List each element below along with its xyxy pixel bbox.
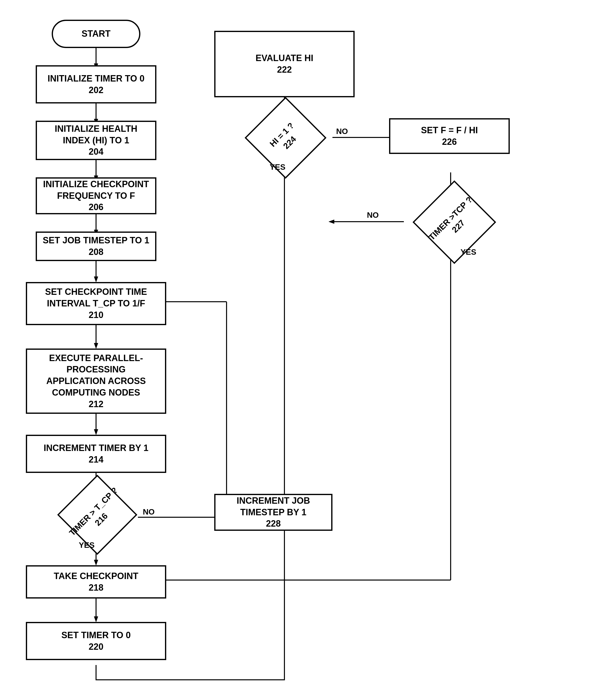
svg-marker-19 (94, 616, 98, 622)
label-227-yes: YES (460, 247, 476, 256)
node-208: SET JOB TIMESTEP TO 1 208 (36, 232, 156, 261)
svg-marker-11 (94, 343, 98, 348)
node-228: INCREMENT JOB TIMESTEP BY 1 228 (214, 494, 333, 531)
node-220: SET TIMER TO 0 220 (26, 622, 166, 660)
node-204: INITIALIZE HEALTH INDEX (HI) TO 1 204 (36, 121, 156, 160)
node-227-container: TIMER >TCP ? 227 (409, 199, 500, 245)
node-214: INCREMENT TIMER BY 1 214 (26, 435, 166, 473)
label-216-no: NO (143, 507, 155, 516)
label-224-yes: YES (269, 162, 285, 172)
svg-marker-17 (94, 560, 98, 565)
label-227-no: NO (367, 211, 379, 220)
flowchart: START INITIALIZE TIMER TO 0 202 INITIALI… (0, 0, 592, 700)
node-224-container: HI = 1 ? 224 (240, 116, 331, 161)
svg-marker-36 (329, 220, 334, 224)
node-226: SET F = F / HI 226 (389, 118, 510, 154)
node-210: SET CHECKPOINT TIME INTERVAL T_CP TO 1/F… (26, 282, 166, 325)
svg-marker-9 (94, 277, 98, 282)
node-218: TAKE CHECKPOINT 218 (26, 565, 166, 599)
node-216-container: TIMER > T_CP ? 216 (53, 493, 142, 538)
label-216-yes: YES (79, 541, 95, 550)
svg-marker-13 (94, 429, 98, 435)
node-206: INITIALIZE CHECKPOINT FREQUENCY TO F 206 (36, 177, 156, 214)
node-202: INITIALIZE TIMER TO 0 202 (36, 65, 156, 103)
node-212: EXECUTE PARALLEL- PROCESSING APPLICATION… (26, 348, 166, 414)
node-222: EVALUATE HI 222 (214, 31, 355, 97)
label-224-no: NO (336, 127, 348, 136)
start-node: START (52, 20, 140, 48)
